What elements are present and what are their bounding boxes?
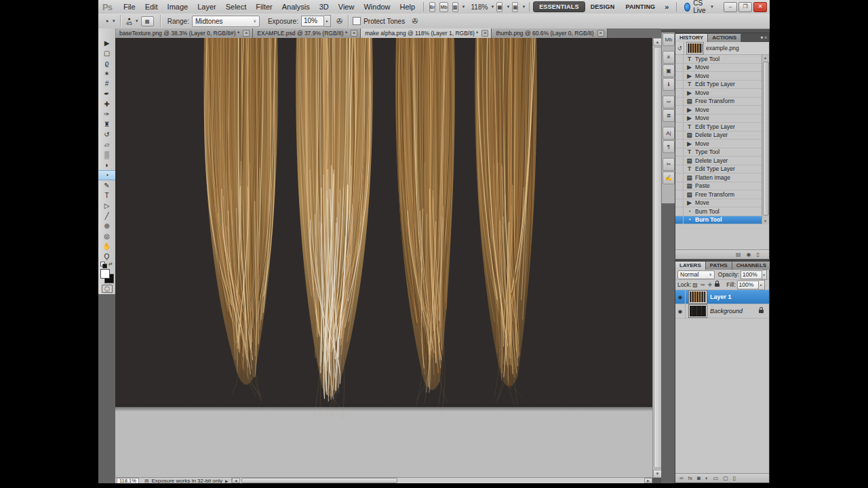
adjustment-layer-icon[interactable]: ◐ [705,475,709,481]
chevron-down-icon[interactable]: ▼ [135,19,139,23]
history-brush-source-cell[interactable] [675,89,684,97]
menu-item[interactable]: Select [221,1,252,14]
menu-item[interactable]: Edit [140,1,163,14]
panel-menu-icon[interactable]: ▼≡ [757,34,769,42]
history-state[interactable]: ▤ Free Transform [675,190,762,199]
lasso-tool[interactable]: ϱ [98,58,115,68]
history-state[interactable]: ◔ Burn Tool [675,216,762,225]
toggle-brush-panel-icon[interactable]: ▤ [141,16,154,26]
minibridge-icon[interactable]: Mb [439,2,448,12]
panel-tab[interactable]: LAYERS [675,262,706,270]
history-scrollbar[interactable]: ▲ ▼ [762,55,769,224]
close-tab-icon[interactable]: × [243,30,250,37]
color-panel-icon[interactable]: ✳ [663,51,675,64]
tool-presets-icon[interactable]: ✂ [663,158,675,171]
vertical-scrollbar[interactable]: ▲ ▼ [652,38,662,478]
move-tool[interactable]: ▶ [98,38,115,48]
menu-item[interactable]: Image [163,1,193,14]
layer-row-layer-1[interactable]: ◉ Layer 1 [675,290,769,304]
chevron-down-icon[interactable]: ▼ [506,5,510,9]
masks-panel-icon[interactable]: ✍ [663,171,675,184]
scroll-right-icon[interactable]: ▶ [644,478,652,483]
delete-state-icon[interactable]: ▯ [757,251,760,258]
layer-visibility-eye-icon[interactable]: ◉ [675,290,686,304]
history-state[interactable]: ▤ Flatten Image [675,174,762,182]
history-state[interactable]: ▤ Delete Layer [675,131,762,140]
history-state[interactable]: T Type Tool [675,148,762,157]
cs-live-button[interactable]: CS Live ▼ [684,0,714,14]
exposure-field[interactable]: 10% [301,16,324,26]
history-brush-source-cell[interactable] [675,199,684,207]
clone-stamp-tool[interactable]: ♜ [98,119,115,129]
fill-value[interactable]: 100% [737,281,759,289]
document-canvas[interactable] [115,38,652,478]
clone-source-icon[interactable]: ≣ [663,109,675,122]
eraser-tool[interactable]: ▱ [98,140,115,150]
menu-item[interactable]: File [119,1,140,14]
history-state[interactable]: ▶ Move [675,140,762,148]
chevron-down-icon[interactable]: ▼ [112,19,116,23]
blur-tool[interactable]: ◗ [98,160,115,170]
marquee-tool[interactable]: ▢ [98,48,115,58]
scroll-up-icon[interactable]: ▲ [762,55,768,61]
history-state[interactable]: T Edit Type Layer [675,123,762,131]
workspace-tab[interactable]: PAINTING [620,2,660,12]
path-selection-tool[interactable]: ▷ [98,201,115,211]
gradient-tool[interactable]: ▒ [98,150,115,160]
brush-preset-picker[interactable]: ● 45 [126,16,132,26]
airbrush-icon[interactable]: ✇ [336,17,342,26]
pen-tool[interactable]: ✎ [98,180,115,190]
chevron-down-icon[interactable]: ▼ [490,5,494,9]
crop-tool[interactable]: # [98,79,115,89]
layer-group-icon[interactable]: ▭ [713,475,719,481]
history-brush-source-cell[interactable] [675,72,684,80]
status-zoom-field[interactable]: 118.1% [117,478,139,483]
workspace-tab[interactable]: ESSENTIALS [533,1,585,12]
info-panel-icon[interactable]: ℹ [663,78,675,91]
horizontal-scroll-thumb[interactable] [241,478,397,483]
menu-item[interactable]: Window [359,1,395,14]
history-brush-source-icon[interactable]: ↺ [675,42,684,54]
delete-layer-icon[interactable]: ▯ [733,475,736,481]
doc-tab-thumb[interactable]: thumb.png @ 60.6% (Layer 0, RGB/8) × [492,28,607,38]
burn-tool-preset-icon[interactable]: ◔ [104,16,109,26]
history-brush-source-cell[interactable] [675,174,684,182]
history-brush-source-cell[interactable] [675,165,684,174]
history-state[interactable]: ▶ Move [675,89,762,98]
new-layer-icon[interactable]: ▢ [723,475,728,481]
exposure-arrow[interactable]: ▸ [324,15,331,27]
history-state[interactable]: ▶ Move [675,106,762,115]
close-tab-icon[interactable]: × [481,30,488,37]
history-brush-source-cell[interactable] [675,216,684,224]
history-snapshot-row[interactable]: ↺ example.png [675,42,769,55]
3d-rotate-tool[interactable]: ⊕ [98,221,115,231]
default-colors-icon[interactable] [100,262,107,268]
eyedropper-tool[interactable]: ✒ [98,89,115,99]
menu-item[interactable]: Layer [193,1,221,14]
character-panel-icon[interactable]: A| [663,127,675,140]
close-tab-icon[interactable]: × [597,30,604,37]
history-brush-source-cell[interactable] [675,81,684,89]
3d-orbit-tool[interactable]: ◎ [98,231,115,241]
quick-selection-tool[interactable]: ✶ [98,68,115,79]
view-extras-icon[interactable]: ▥ [452,2,458,12]
history-brush-source-cell[interactable] [675,55,684,63]
history-state[interactable]: ▤ Free Transform [675,98,762,106]
tablet-pressure-icon[interactable]: ✇ [412,17,418,26]
burn-tool[interactable]: ◔ [98,170,115,180]
workspace-tab[interactable]: DESIGN [585,2,620,12]
history-brush-source-cell[interactable] [675,64,684,72]
menu-item[interactable]: Analysis [277,1,315,14]
arrange-documents-icon[interactable]: ▦ [496,2,502,12]
panel-tab[interactable]: PATHS [706,262,732,270]
scroll-left-icon[interactable]: ◀ [232,478,240,483]
layer-style-icon[interactable]: fx [688,475,692,481]
history-brush-source-cell[interactable] [675,182,684,190]
history-state[interactable]: ▶ Move [675,64,762,73]
history-state[interactable]: ▶ Move [675,199,762,208]
horizontal-scrollbar[interactable]: ◀ ▶ [231,478,652,483]
new-document-from-state-icon[interactable]: ▤ [736,251,741,258]
lock-pixels-icon[interactable]: ✑ [701,282,705,288]
foreground-color-swatch[interactable] [100,269,110,279]
layer-visibility-eye-icon[interactable]: ◉ [675,304,686,318]
